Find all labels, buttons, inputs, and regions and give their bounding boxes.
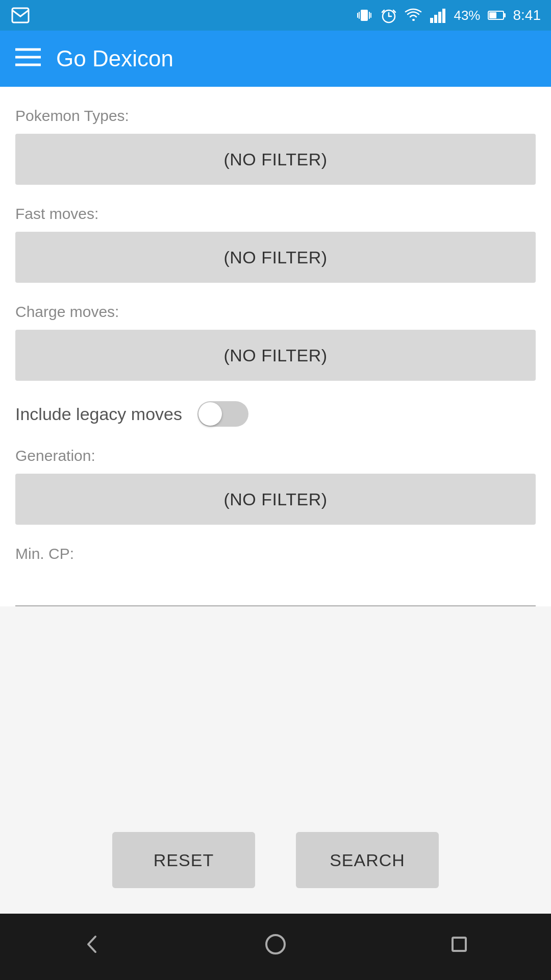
svg-point-21 [266,935,285,953]
svg-rect-4 [357,13,358,18]
legacy-moves-label: Include legacy moves [15,404,182,424]
time: 8:41 [513,7,541,23]
legacy-moves-row: Include legacy moves [15,401,536,427]
fast-moves-button[interactable]: (NO FILTER) [15,232,536,283]
pokemon-types-label: Pokemon Types: [15,107,536,125]
battery-percentage: 43% [454,8,480,23]
status-bar-right: 43% 8:41 [356,7,541,24]
svg-rect-13 [438,12,441,23]
recents-button[interactable] [446,932,472,962]
charge-moves-button[interactable]: (NO FILTER) [15,330,536,381]
battery-icon [488,10,506,20]
main-content: Pokemon Types: (NO FILTER) Fast moves: (… [0,87,551,606]
home-button[interactable] [263,932,288,962]
min-cp-section: Min. CP: [15,545,536,606]
fast-moves-label: Fast moves: [15,205,536,223]
generation-label: Generation: [15,447,536,464]
min-cp-label: Min. CP: [15,545,536,562]
svg-rect-3 [369,12,370,19]
nav-bar [0,914,551,980]
menu-button[interactable] [15,47,41,70]
fast-moves-section: Fast moves: (NO FILTER) [15,205,536,283]
generation-button[interactable]: (NO FILTER) [15,474,536,525]
charge-moves-label: Charge moves: [15,303,536,321]
svg-rect-0 [12,8,29,22]
signal-icon [429,7,446,24]
svg-rect-11 [430,18,433,23]
svg-rect-2 [359,12,360,19]
legacy-moves-toggle[interactable] [197,401,248,427]
svg-rect-12 [434,15,437,23]
wifi-icon [405,7,422,24]
svg-rect-1 [361,10,368,21]
bottom-buttons: RESET SEARCH [0,806,551,914]
vibrate-icon [356,7,373,24]
status-bar-left [10,5,31,26]
status-bar: 43% 8:41 [0,0,551,31]
pokemon-types-section: Pokemon Types: (NO FILTER) [15,107,536,185]
charge-moves-section: Charge moves: (NO FILTER) [15,303,536,381]
app-bar: Go Dexicon [0,31,551,87]
svg-rect-17 [489,12,496,18]
back-button[interactable] [79,932,105,962]
toggle-thumb [198,402,222,426]
svg-rect-16 [504,13,506,17]
pokemon-types-button[interactable]: (NO FILTER) [15,134,536,185]
alarm-icon [380,7,397,24]
min-cp-input[interactable] [15,571,536,606]
app-title: Go Dexicon [56,46,173,71]
search-button[interactable]: SEARCH [296,832,439,888]
svg-rect-22 [453,938,466,951]
app-notification-icon [10,5,31,26]
generation-section: Generation: (NO FILTER) [15,447,536,525]
reset-button[interactable]: RESET [112,832,255,888]
svg-rect-5 [370,13,371,18]
spacer [0,606,551,708]
svg-rect-14 [442,9,445,23]
